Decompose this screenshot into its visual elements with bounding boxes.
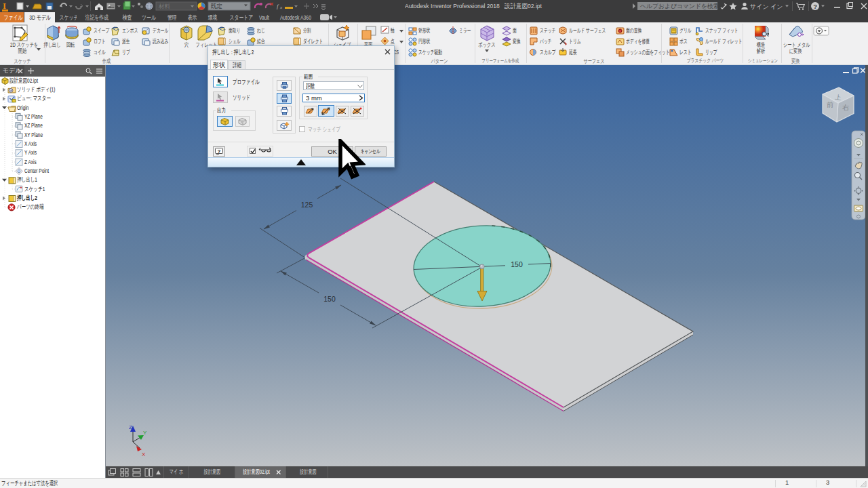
svg-text:ヘルプおよびコマンドを検索...: ヘルプおよびコマンドを検索... xyxy=(640,3,724,9)
svg-text:x: x xyxy=(279,5,283,10)
svg-text:150: 150 xyxy=(323,295,336,303)
svg-text:前: 前 xyxy=(827,101,833,108)
svg-text:サイン イン: サイン イン xyxy=(750,3,783,10)
svg-text:右: 右 xyxy=(842,104,849,111)
svg-text:X: X xyxy=(142,451,146,458)
svg-text:Y: Y xyxy=(143,430,147,436)
svg-text:150: 150 xyxy=(511,260,523,268)
svg-text:125: 125 xyxy=(301,201,313,209)
svg-text:既定: 既定 xyxy=(211,3,222,9)
svg-text:Z: Z xyxy=(129,424,132,430)
svg-text:f: f xyxy=(277,3,279,9)
svg-text:材料: 材料 xyxy=(158,3,171,9)
svg-text:?: ? xyxy=(813,3,817,10)
svg-text:上: 上 xyxy=(835,94,842,101)
svg-text:I: I xyxy=(3,1,6,11)
svg-text:?: ? xyxy=(218,148,221,155)
